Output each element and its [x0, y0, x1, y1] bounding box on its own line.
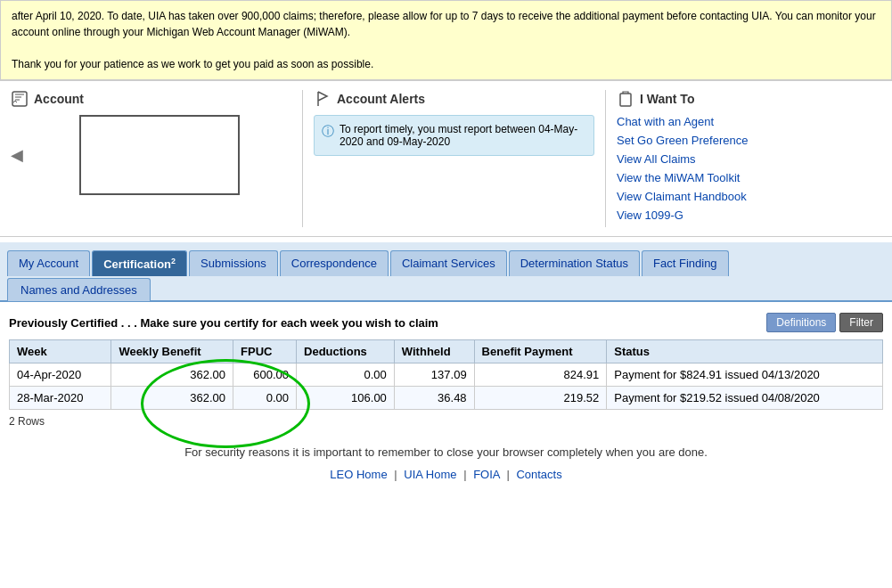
alerts-header: Account Alerts: [314, 90, 594, 108]
footer-leo-home[interactable]: LEO Home: [330, 468, 387, 481]
iwantto-link-1099g[interactable]: View 1099-G: [617, 208, 881, 222]
table-header-row: Week Weekly Benefit FPUC Deductions With…: [10, 340, 883, 363]
tab-correspondence[interactable]: Correspondence: [280, 250, 389, 276]
certification-table: Week Weekly Benefit FPUC Deductions With…: [9, 339, 883, 410]
table-cell: 600.00: [233, 363, 297, 387]
table-cell: 0.00: [233, 387, 297, 410]
table-cell: 0.00: [297, 363, 395, 387]
table-cell: Payment for $219.52 issued 04/08/2020: [607, 387, 883, 410]
footer-foia[interactable]: FOIA: [473, 468, 500, 481]
table-cell: 824.91: [474, 363, 607, 387]
iwantto-links-list: Chat with an Agent Set Go Green Preferen…: [617, 115, 881, 222]
tabs-container: My Account Certification2 Submissions Co…: [0, 242, 892, 302]
col-fpuc: FPUC: [233, 340, 297, 363]
tab-determination-status[interactable]: Determination Status: [509, 250, 640, 276]
table-row: 04-Apr-2020362.00600.000.00137.09824.91P…: [10, 363, 883, 387]
iwantto-link-toolkit[interactable]: View the MiWAM Toolkit: [617, 171, 881, 184]
top-notice: after April 10, 2020. To date, UIA has t…: [0, 0, 892, 80]
table-wrapper: Week Weekly Benefit FPUC Deductions With…: [9, 339, 883, 410]
info-icon: ⓘ: [322, 124, 334, 140]
tab-certification[interactable]: Certification2: [92, 250, 187, 276]
footer-contacts[interactable]: Contacts: [516, 468, 561, 481]
table-row: 28-Mar-2020362.000.00106.0036.48219.52Pa…: [10, 387, 883, 410]
iwantto-link-handbook[interactable]: View Claimant Handbook: [617, 190, 881, 203]
table-cell: 219.52: [474, 387, 607, 410]
table-cell: Payment for $824.91 issued 04/13/2020: [607, 363, 883, 387]
tab-fact-finding[interactable]: Fact Finding: [642, 250, 729, 276]
rows-count: 2 Rows: [9, 415, 883, 428]
notice-line2: Thank you for your patience as we work t…: [12, 58, 373, 70]
alert-message-box: ⓘ To report timely, you must report betw…: [314, 115, 594, 156]
table-cell: 04-Apr-2020: [10, 363, 111, 387]
security-notice: For security reasons it is important to …: [9, 445, 883, 459]
col-withheld: Withheld: [394, 340, 474, 363]
sub-tabs-row: Names and Addresses: [7, 277, 885, 300]
account-icon: [11, 90, 29, 108]
alerts-column: Account Alerts ⓘ To report timely, you m…: [303, 90, 606, 227]
table-cell: 36.48: [394, 387, 474, 410]
iwantto-link-gogreen[interactable]: Set Go Green Preference: [617, 134, 881, 147]
svg-rect-1: [620, 94, 631, 106]
table-cell: 106.00: [297, 387, 395, 410]
iwantto-column: I Want To Chat with an Agent Set Go Gree…: [606, 90, 892, 227]
col-week: Week: [10, 340, 111, 363]
col-deductions: Deductions: [297, 340, 395, 363]
account-image: [79, 115, 240, 195]
filter-button[interactable]: Filter: [839, 313, 883, 332]
account-title: Account: [34, 92, 84, 106]
col-benefit-payment: Benefit Payment: [474, 340, 607, 363]
main-content: Previously Certified . . . Make sure you…: [0, 302, 892, 502]
iwantto-link-allclaims[interactable]: View All Claims: [617, 152, 881, 166]
certified-header: Previously Certified . . . Make sure you…: [9, 313, 883, 332]
sub-tab-names-addresses[interactable]: Names and Addresses: [7, 278, 151, 301]
tab-my-account[interactable]: My Account: [7, 250, 90, 276]
account-column: Account ◀: [0, 90, 303, 227]
footer-links: LEO Home | UIA Home | FOIA | Contacts: [9, 468, 883, 481]
table-cell: 28-Mar-2020: [10, 387, 111, 410]
col-status: Status: [607, 340, 883, 363]
alerts-title: Account Alerts: [337, 92, 425, 106]
certified-title: Previously Certified . . . Make sure you…: [9, 316, 438, 330]
account-header: Account: [11, 90, 291, 108]
three-col-section: Account ◀ Account Alerts ⓘ To report tim…: [0, 80, 892, 237]
footer-uia-home[interactable]: UIA Home: [404, 468, 456, 481]
iwantto-title: I Want To: [640, 92, 694, 106]
table-cell: 362.00: [111, 363, 233, 387]
tab-submissions[interactable]: Submissions: [189, 250, 278, 276]
tab-claimant-services[interactable]: Claimant Services: [390, 250, 507, 276]
iwantto-link-chat[interactable]: Chat with an Agent: [617, 115, 881, 128]
btn-group: Definitions Filter: [766, 313, 883, 332]
tabs-row: My Account Certification2 Submissions Co…: [7, 249, 885, 275]
alert-message: To report timely, you must report betwee…: [340, 123, 586, 148]
table-cell: 362.00: [111, 387, 233, 410]
definitions-button[interactable]: Definitions: [766, 313, 836, 332]
flag-icon: [314, 90, 331, 108]
col-weekly-benefit: Weekly Benefit: [111, 340, 233, 363]
iwantto-header: I Want To: [617, 90, 881, 108]
clipboard-icon: [617, 90, 634, 108]
table-cell: 137.09: [394, 363, 474, 387]
notice-line1: after April 10, 2020. To date, UIA has t…: [12, 10, 876, 38]
account-left-arrow[interactable]: ◀: [11, 145, 23, 165]
